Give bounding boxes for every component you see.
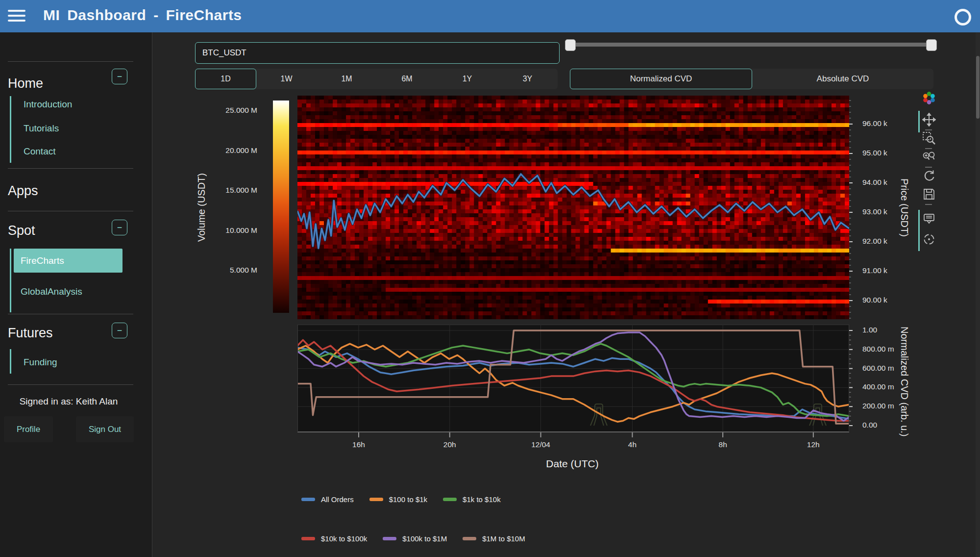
range-button-1m[interactable]: 1M: [317, 69, 377, 89]
zoom-in-out-icon[interactable]: [922, 150, 936, 164]
autoscale-icon[interactable]: [922, 169, 936, 182]
legend-item[interactable]: All Orders: [301, 495, 354, 504]
legend-swatch: [301, 498, 315, 501]
range-button-6m[interactable]: 6M: [377, 69, 437, 89]
group-indicator: [10, 249, 11, 312]
legend-item[interactable]: $1k to $10k: [443, 495, 501, 504]
save-icon[interactable]: [922, 187, 936, 201]
divider: [8, 211, 133, 211]
legend-label: $10k to $100k: [321, 534, 367, 543]
divider: [925, 167, 932, 168]
signed-in-text: Signed in as: Keith Alan: [0, 396, 137, 407]
range-button-3y[interactable]: 3Y: [497, 69, 558, 89]
plotly-logo-icon[interactable]: [922, 91, 936, 105]
sidebar-item-funding[interactable]: Funding: [24, 357, 57, 368]
range-button-1d[interactable]: 1D: [195, 69, 256, 89]
sign-out-button[interactable]: Sign Out: [76, 416, 134, 442]
sidebar-item-introduction[interactable]: Introduction: [24, 99, 72, 110]
app-root: MI Dashboard - FireCharts Home − Introdu…: [0, 0, 980, 557]
volume-tick-label: 10.000 M: [213, 226, 257, 235]
range-button-1w[interactable]: 1W: [256, 69, 317, 89]
divider: [8, 384, 133, 385]
x-axis-title: Date (UTC): [499, 458, 646, 470]
legend-label: $100k to $1M: [402, 534, 447, 543]
x-tick-label: 8h: [708, 440, 737, 449]
box-zoom-icon[interactable]: [922, 131, 936, 145]
sidebar-item-contact[interactable]: Contact: [24, 146, 55, 157]
legend-swatch: [443, 498, 457, 501]
price-tick-label: 96.00 k: [862, 119, 887, 128]
legend-item[interactable]: $100 to $1k: [369, 495, 427, 504]
modebar-accent: [918, 210, 920, 251]
volume-tick-label: 20.000 M: [213, 146, 257, 155]
price-tick-label: 90.00 k: [862, 296, 887, 304]
x-tick-label: 20h: [435, 440, 465, 449]
legend-label: $1M to $10M: [482, 534, 525, 543]
cvd-tick-label: 0.00: [862, 421, 877, 430]
legend-label: $1k to $10k: [463, 495, 501, 504]
group-indicator: [10, 349, 11, 374]
divider: [8, 168, 133, 169]
normalized-cvd-button[interactable]: Normalized CVD: [570, 69, 752, 89]
volume-tick-label: 5.000 M: [213, 266, 257, 275]
sidebar-item-firecharts[interactable]: FireCharts: [14, 249, 122, 273]
legend-row: $10k to $100k$100k to $1M$1M to $10M: [301, 533, 541, 543]
range-button-1y[interactable]: 1Y: [437, 69, 497, 89]
sidebar-section-home: Home: [8, 76, 43, 91]
symbol-input[interactable]: [195, 42, 560, 64]
divider: [925, 129, 932, 130]
legend-item[interactable]: $100k to $1M: [383, 534, 447, 543]
legend-swatch: [383, 537, 396, 540]
volume-tick-label: 25.000 M: [213, 106, 257, 115]
price-tick-label: 94.00 k: [862, 178, 887, 187]
legend-item[interactable]: $1M to $10M: [463, 534, 525, 543]
scrollbar-thumb[interactable]: [976, 56, 980, 119]
pan-icon[interactable]: [922, 113, 936, 127]
cvd-tick-label: 1.00: [862, 326, 877, 334]
sidebar-item-label: FireCharts: [21, 255, 64, 266]
cvd-chart[interactable]: [297, 325, 849, 438]
collapse-spot-button[interactable]: −: [112, 220, 127, 235]
volume-tick-label: 15.000 M: [213, 186, 257, 195]
price-tick-label: 92.00 k: [862, 237, 887, 246]
legend-label: $100 to $1k: [389, 495, 427, 504]
price-axis-title: Price (USDT): [898, 96, 910, 319]
price-tick-label: 95.00 k: [862, 149, 887, 157]
legend-item[interactable]: $10k to $100k: [301, 534, 367, 543]
cvd-tick-label: 200.00 m: [862, 402, 894, 410]
x-tick-label: 4h: [617, 440, 647, 449]
legend-swatch: [369, 498, 383, 501]
price-line-overlay: [297, 96, 849, 319]
legend-row: All Orders$100 to $1k$1k to $10k: [301, 494, 516, 504]
divider: [8, 61, 133, 62]
spike-target-icon[interactable]: [922, 232, 936, 246]
slider-handle-left[interactable]: [565, 39, 576, 51]
page-scrollbar[interactable]: [976, 32, 980, 557]
top-bar: MI Dashboard - FireCharts: [0, 0, 980, 32]
price-axis-ticks: [849, 96, 857, 319]
range-button-group: 1D1W1M6M1Y3Y: [195, 69, 558, 89]
x-tick-label: 12/04: [526, 440, 556, 449]
slider-handle-right[interactable]: [926, 39, 937, 51]
legend-swatch: [301, 537, 315, 540]
cvd-tick-label: 600.00 m: [862, 364, 894, 373]
sidebar-item-globalanalysis[interactable]: GlobalAnalysis: [21, 286, 82, 297]
status-ring-icon[interactable]: [955, 9, 971, 25]
profile-button[interactable]: Profile: [4, 416, 53, 442]
annotate-icon[interactable]: [922, 212, 936, 226]
time-range-slider[interactable]: [566, 43, 936, 47]
collapse-home-button[interactable]: −: [112, 69, 127, 84]
cvd-tick-label: 800.00 m: [862, 345, 894, 354]
absolute-cvd-button[interactable]: Absolute CVD: [752, 69, 933, 89]
x-tick-label: 16h: [344, 440, 373, 449]
group-indicator: [10, 96, 11, 163]
sidebar-item-tutorials[interactable]: Tutorials: [24, 123, 59, 134]
sidebar-section-futures: Futures: [8, 326, 53, 341]
menu-icon[interactable]: [7, 8, 26, 25]
page-title: MI Dashboard - FireCharts: [43, 7, 242, 24]
cvd-axis-ticks: [849, 325, 857, 432]
collapse-futures-button[interactable]: −: [112, 323, 127, 338]
divider: [925, 148, 932, 149]
cvd-tick-label: 400.00 m: [862, 382, 894, 391]
legend-label: All Orders: [321, 495, 354, 504]
